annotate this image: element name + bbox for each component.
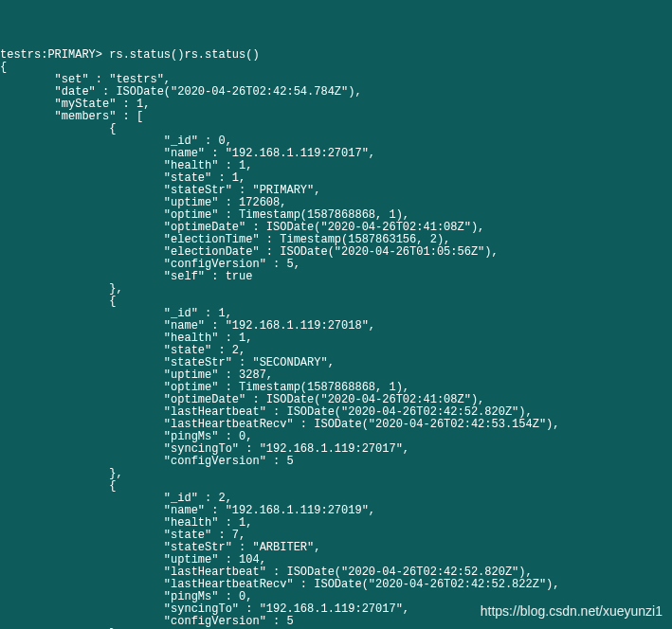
output-line: "members" : [ [0,110,143,123]
output-line: "configVersion" : 5 [0,455,294,468]
output-line: { [0,295,116,308]
output-line: "stateStr" : "PRIMARY", [0,184,320,197]
output-line: "optime" : Timestamp(1587868868, 1), [0,208,409,222]
output-line: }, [0,282,123,296]
output-line: "electionDate" : ISODate("2020-04-26T01:… [0,245,499,259]
output-line: "lastHeartbeatRecv" : ISODate("2020-04-2… [0,578,560,591]
output-line: "uptime" : 172608, [0,196,286,209]
output-line: "uptime" : 104, [0,553,266,566]
output-line: "configVersion" : 5 [0,615,294,628]
output-line: "name" : "192.168.1.119:27018", [0,319,375,332]
output-line: "syncingTo" : "192.168.1.119:27017", [0,442,409,456]
output-line: "uptime" : 3287, [0,368,273,382]
output-line: "date" : ISODate("2020-04-26T02:42:54.78… [0,85,362,99]
output-line: "optimeDate" : ISODate("2020-04-26T02:41… [0,221,484,234]
output-line: "lastHeartbeat" : ISODate("2020-04-26T02… [0,405,533,419]
output-line: "_id" : 0, [0,135,232,148]
output-line: { [0,122,116,135]
output-line: "lastHeartbeatRecv" : ISODate("2020-04-2… [0,418,560,431]
output-line: "_id" : 2, [0,492,232,505]
output-line: "electionTime" : Timestamp(1587863156, 2… [0,233,450,246]
terminal-output[interactable]: testrs:PRIMARY> rs.status()rs.status() {… [0,49,672,629]
watermark-text: https://blog.csdn.net/xueyunzi1 [481,605,663,618]
output-line: "configVersion" : 5, [0,258,300,271]
output-line: { [0,61,7,74]
output-line: "name" : "192.168.1.119:27019", [0,504,375,517]
output-line: "optimeDate" : ISODate("2020-04-26T02:41… [0,393,484,406]
output-line: "set" : "testrs", [0,73,171,86]
output-line: "self" : true [0,270,252,283]
output-line: "stateStr" : "ARBITER", [0,541,320,554]
output-line: "optime" : Timestamp(1587868868, 1), [0,381,409,394]
output-line: "name" : "192.168.1.119:27017", [0,147,375,160]
output-line: "state" : 2, [0,344,245,357]
output-line: "_id" : 1, [0,307,232,320]
output-line: "health" : 1, [0,159,252,172]
output-line: "state" : 1, [0,171,245,185]
output-line: "pingMs" : 0, [0,430,252,443]
output-line: "syncingTo" : "192.168.1.119:27017", [0,602,409,616]
command-input[interactable]: rs.status()rs.status() [109,48,259,62]
output-line: "myState" : 1, [0,98,150,111]
output-line: "state" : 7, [0,529,245,542]
output-line: { [0,479,116,493]
output-line: "stateStr" : "SECONDARY", [0,356,335,369]
output-line: "pingMs" : 0, [0,590,252,603]
output-line: }, [0,467,123,480]
output-line: "health" : 1, [0,332,252,345]
output-line: "lastHeartbeat" : ISODate("2020-04-26T02… [0,566,533,579]
prompt: testrs:PRIMARY> [0,48,102,62]
output-line: "health" : 1, [0,516,252,530]
